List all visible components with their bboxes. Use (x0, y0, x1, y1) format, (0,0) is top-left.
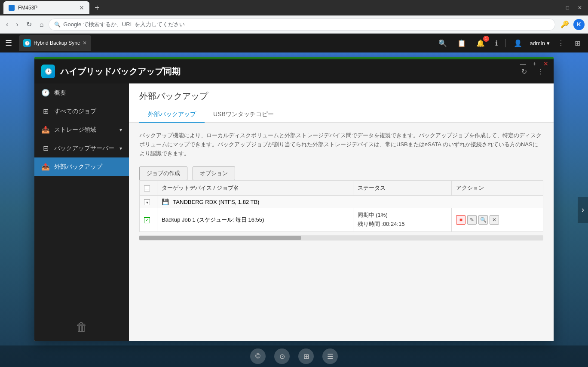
forward-button[interactable]: › (13, 19, 21, 30)
admin-label: admin ▾ (530, 40, 550, 46)
table-row: Backup Job 1 (スケジュール: 毎日 16:55) 同期中 (1%)… (140, 208, 543, 232)
app-restore-btn[interactable]: + (531, 59, 538, 68)
taskbar-icon-2[interactable]: ⊙ (274, 348, 290, 364)
table-row: ▾ 💾 TANDBERG RDX (NTFS, 1.82 TB) (140, 196, 543, 208)
taskbar-icon-3[interactable]: ⊞ (298, 348, 314, 364)
all-jobs-icon: ⊞ (41, 107, 50, 115)
nas-app-tab-title: Hybrid Backup Sync (34, 40, 80, 46)
nas-appbar-right: 🔍 📋 🔔 1 ℹ 👤 admin ▾ ⋮ ⊞ (436, 37, 583, 49)
nas-app-tab-close[interactable]: ✕ (83, 40, 87, 46)
sidebar-item-backup-server-label: バックアップサーバー (54, 145, 114, 152)
sidebar-item-backup-server[interactable]: ⊟ バックアップサーバー ▾ (34, 139, 129, 157)
stop-job-icon[interactable]: ■ (456, 215, 466, 225)
sidebar-item-overview[interactable]: 🕐 概要 (34, 83, 129, 102)
content-area: バックアップ機能により、ローカルディスクボリュームと外部ストレージデバイス間でデ… (129, 123, 554, 341)
device-collapse-cell: ▾ (140, 196, 157, 208)
horizontal-scrollbar[interactable] (139, 235, 543, 241)
app-minimize-btn[interactable]: — (518, 59, 528, 68)
job-toolbar: ジョブの作成 オプション (139, 167, 543, 180)
sidebar-item-storage[interactable]: 📥 ストレージ領域 ▾ (34, 120, 129, 139)
col-action: アクション (452, 181, 543, 196)
close-button[interactable]: ✕ (575, 4, 585, 12)
desktop-background: 📁 🖥 📊 ⚙ 🔵 📡 💾 › — + ✕ 🕐 ハイブリッドバックアップ同期 (0, 52, 588, 367)
home-button[interactable]: ⌂ (37, 19, 46, 30)
browser-titlebar: FM453P ✕ + — □ ✕ (0, 0, 588, 15)
search-icon-btn[interactable]: 🔍 (436, 37, 450, 49)
job-checkbox-icon[interactable] (144, 217, 150, 223)
backup-server-chevron-icon: ▾ (119, 145, 122, 151)
status-line1: 同期中 (1%) (358, 211, 447, 220)
maximize-button[interactable]: □ (564, 4, 572, 12)
nas-appbar: ☰ 🕐 Hybrid Backup Sync ✕ 🔍 📋 🔔 1 ℹ 👤 adm… (0, 34, 588, 52)
action-icons: ■ ✎ 🔍 ✕ (456, 215, 539, 225)
bookmark-icon[interactable]: 🔑 (558, 19, 572, 30)
job-checkbox-cell (140, 208, 157, 232)
window-controls: — □ ✕ (550, 4, 585, 12)
notification-badge: 1 (483, 36, 489, 42)
page-title: 外部バックアップ (139, 90, 543, 102)
device-name-cell: 💾 TANDBERG RDX (NTFS, 1.82 TB) (157, 196, 543, 208)
back-button[interactable]: ‹ (3, 19, 11, 30)
sidebar-item-all-jobs[interactable]: ⊞ すべてのジョブ (34, 102, 129, 120)
col-status: ステータス (353, 181, 452, 196)
nas-app-tab[interactable]: 🕐 Hybrid Backup Sync ✕ (19, 35, 91, 51)
minimize-button[interactable]: — (550, 4, 560, 12)
monitor-icon[interactable]: ⊞ (572, 37, 583, 49)
taskbar-icon-1[interactable]: © (250, 348, 266, 364)
device-name: TANDBERG RDX (NTFS, 1.82 TB) (173, 199, 259, 205)
options-button[interactable]: オプション (193, 167, 235, 180)
profile-button[interactable]: K (573, 19, 585, 30)
tabs-bar: 外部バックアップ USBワンタッチコピー (139, 107, 543, 122)
external-backup-icon: 📤 (41, 163, 50, 171)
tab-usb-one-touch[interactable]: USBワンタッチコピー (205, 107, 282, 123)
overview-icon: 🕐 (41, 89, 50, 97)
sidebar-item-all-jobs-label: すべてのジョブ (54, 108, 96, 115)
sidebar-item-overview-label: 概要 (54, 89, 66, 97)
app-logo-icon: 🕐 (41, 65, 55, 78)
collapse-all-icon[interactable]: — (144, 185, 150, 191)
nas-app-favicon-icon: 🕐 (23, 39, 31, 47)
taskbar-icon-4[interactable]: ☰ (322, 348, 338, 364)
device-icon: 💾 (162, 198, 169, 205)
backup-server-icon: ⊟ (41, 144, 50, 152)
desktop-taskbar: © ⊙ ⊞ ☰ (0, 345, 588, 367)
browser-toolbar: ‹ › ↻ ⌂ 🔍 Google で検索するか、URL を入力してください 🔑 … (0, 15, 588, 34)
create-job-button[interactable]: ジョブの作成 (139, 167, 187, 180)
trash-icon[interactable]: 🗑 (76, 320, 88, 334)
page-header: 外部バックアップ 外部バックアップ USBワンタッチコピー (129, 83, 554, 123)
app-title: ハイブリッドバックアップ同期 (60, 66, 181, 77)
user-icon-btn[interactable]: 👤 (511, 37, 525, 49)
status-line2: 残り時間 :00:24:15 (358, 220, 447, 229)
scrollbar-thumb (139, 236, 301, 240)
sidebar-bottom: 🗑 (34, 313, 129, 341)
table-header-row: — ターゲットデバイス / ジョブ名 ステータス アクション (140, 181, 543, 196)
address-bar[interactable]: 🔍 Google で検索するか、URL を入力してください (49, 19, 555, 31)
edit-job-icon[interactable]: ✎ (467, 215, 477, 225)
app-close-btn[interactable]: ✕ (542, 59, 550, 68)
sidebar-item-external-backup[interactable]: 📤 外部バックアップ (34, 157, 129, 176)
app-window-controls: — + ✕ (518, 59, 550, 68)
nas-menu-button[interactable]: ☰ (5, 38, 12, 48)
tab-favicon (9, 5, 15, 11)
main-content: 外部バックアップ 外部バックアップ USBワンタッチコピー バックアップ機能によ… (129, 83, 554, 341)
tab-external-backup[interactable]: 外部バックアップ (139, 107, 205, 123)
app-header: 🕐 ハイブリッドバックアップ同期 ↻ ⋮ (34, 59, 554, 83)
storage-chevron-icon: ▾ (119, 127, 122, 133)
google-icon: 🔍 (54, 22, 61, 28)
view-log-icon[interactable]: 🔍 (478, 215, 488, 225)
more-options-icon[interactable]: ⋮ (555, 37, 567, 49)
device-collapse-icon[interactable]: ▾ (144, 199, 150, 205)
browser-tab-active[interactable]: FM453P ✕ (3, 1, 89, 14)
task-manager-icon[interactable]: 📋 (455, 37, 469, 49)
cancel-job-icon[interactable]: ✕ (490, 215, 499, 225)
right-arrow-btn[interactable]: › (578, 197, 588, 223)
new-tab-button[interactable]: + (93, 3, 101, 13)
job-table: — ターゲットデバイス / ジョブ名 ステータス アクション (139, 180, 543, 232)
sidebar: 🕐 概要 ⊞ すべてのジョブ 📥 ストレージ領域 ▾ ⊟ バックアップサ (34, 83, 129, 341)
info-icon-btn[interactable]: ℹ (493, 37, 500, 49)
address-text: Google で検索するか、URL を入力してください (63, 21, 185, 28)
tab-close-btn[interactable]: ✕ (79, 4, 84, 11)
sidebar-item-external-backup-label: 外部バックアップ (54, 163, 102, 171)
reload-button[interactable]: ↻ (24, 19, 34, 30)
job-name: Backup Job 1 (スケジュール: 毎日 16:55) (162, 216, 264, 223)
